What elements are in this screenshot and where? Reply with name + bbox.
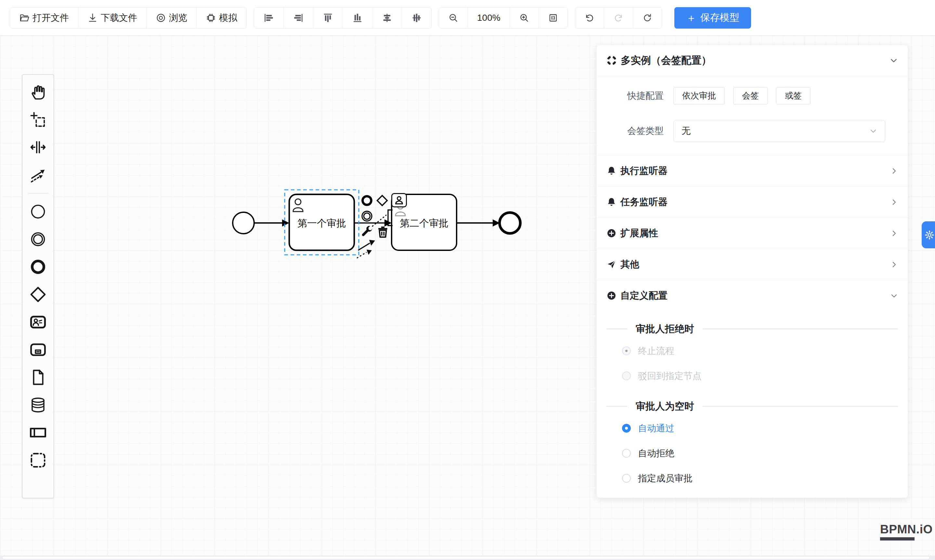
- create-subprocess[interactable]: [29, 340, 48, 359]
- properties-panel: 多实例（会签配置） 快捷配置 依次审批 会签 或签 会签类型 无 执行监听器 任…: [597, 45, 908, 498]
- preview-button[interactable]: 浏览: [146, 8, 196, 28]
- section-label: 扩展属性: [620, 227, 658, 240]
- radio-auto-pass[interactable]: 自动通过: [622, 416, 908, 441]
- subprocess-icon: [29, 341, 47, 358]
- chevron-down-icon: [869, 127, 877, 135]
- create-group[interactable]: [29, 451, 48, 470]
- toolbar: 打开文件 下载文件 浏览 模拟: [0, 0, 935, 36]
- data-store-icon: [29, 396, 47, 414]
- folder-open-icon: [19, 13, 29, 23]
- align-right-icon: [293, 12, 304, 23]
- create-data-store[interactable]: [29, 395, 48, 414]
- quick-option-countersign[interactable]: 会签: [733, 87, 767, 104]
- align-left-button[interactable]: [254, 8, 283, 28]
- section-extended-attributes[interactable]: 扩展属性: [597, 218, 908, 249]
- panel-header[interactable]: 多实例（会签配置）: [597, 45, 908, 76]
- task2-label: 第二个审批: [400, 218, 449, 228]
- create-data-object[interactable]: [29, 368, 48, 387]
- download-file-button[interactable]: 下载文件: [78, 8, 146, 28]
- download-icon: [88, 13, 98, 23]
- connect-tool-button[interactable]: [356, 239, 378, 260]
- align-center-vertical-button[interactable]: [402, 8, 431, 28]
- create-user-task[interactable]: [29, 313, 48, 332]
- align-right-button[interactable]: [283, 8, 313, 28]
- radio-icon: [622, 474, 631, 483]
- start-event[interactable]: [233, 212, 254, 234]
- data-object-icon: [29, 369, 47, 386]
- plus-icon: ＋: [686, 13, 697, 23]
- quick-option-orsign[interactable]: 或签: [776, 87, 810, 104]
- chevron-right-icon: [890, 229, 898, 237]
- align-center-horizontal-button[interactable]: [372, 8, 402, 28]
- align-bottom-button[interactable]: [343, 8, 372, 28]
- create-participant[interactable]: [29, 423, 48, 442]
- radio-label: 指定成员审批: [638, 472, 692, 485]
- bpmn-io-logo-text: BPMN.iO: [880, 523, 933, 536]
- chevron-right-icon: [890, 198, 898, 206]
- open-file-button[interactable]: 打开文件: [10, 8, 78, 28]
- divider: [703, 406, 898, 406]
- radio-icon-selected: [622, 424, 631, 432]
- fit-viewport-icon: [548, 13, 558, 23]
- end-event[interactable]: [500, 212, 520, 233]
- section-task-listener[interactable]: 任务监听器: [597, 186, 908, 217]
- create-end-event[interactable]: [29, 257, 48, 276]
- zoom-in-button[interactable]: [510, 8, 538, 28]
- start-event-icon: [29, 203, 47, 220]
- radio-icon: [622, 371, 631, 380]
- connect-arrows-icon: [356, 239, 378, 260]
- reject-title: 审批人拒绝时: [636, 322, 694, 336]
- global-connect-icon: [29, 166, 47, 184]
- radio-return-to-node[interactable]: 驳回到指定节点: [622, 363, 908, 388]
- settings-tab[interactable]: [922, 222, 935, 248]
- bell-icon: [606, 166, 617, 176]
- chevron-down-icon[interactable]: [889, 56, 898, 65]
- append-user-task-button[interactable]: [391, 193, 407, 208]
- radio-auto-reject[interactable]: 自动拒绝: [622, 441, 908, 466]
- quick-option-sequential[interactable]: 依次审批: [674, 87, 725, 104]
- bpmn-io-watermark: BPMN.iO: [880, 523, 933, 540]
- wrench-icon: [360, 225, 374, 238]
- align-left-icon: [263, 12, 274, 23]
- sign-type-select[interactable]: 无: [674, 120, 885, 142]
- trash-delete-button[interactable]: [376, 224, 390, 239]
- append-gateway-button[interactable]: [376, 194, 389, 207]
- quick-config-section: 快捷配置 依次审批 会签 或签 会签类型 无: [597, 76, 908, 155]
- sign-type-row: 会签类型 无: [627, 120, 898, 142]
- zoom-level: 100%: [468, 8, 510, 28]
- redo-button[interactable]: [604, 8, 633, 28]
- simulate-button[interactable]: 模拟: [196, 8, 246, 28]
- section-custom-config[interactable]: 自定义配置: [597, 280, 908, 311]
- empty-title: 审批人为空时: [636, 400, 694, 413]
- align-top-button[interactable]: [313, 8, 343, 28]
- lasso-tool[interactable]: [29, 110, 48, 129]
- align-top-icon: [322, 12, 334, 23]
- horizontal-scrollbar-thumb[interactable]: [2, 556, 930, 559]
- undo-icon: [584, 13, 595, 23]
- section-other[interactable]: 其他: [597, 249, 908, 280]
- create-intermediate-event[interactable]: [29, 230, 48, 249]
- participant-pool-icon: [29, 424, 47, 442]
- reset-button[interactable]: [633, 8, 662, 28]
- create-gateway[interactable]: [29, 285, 48, 304]
- radio-terminate-process[interactable]: 终止流程: [622, 338, 908, 363]
- space-tool[interactable]: [29, 138, 48, 157]
- save-model-button[interactable]: ＋ 保存模型: [674, 7, 751, 29]
- zoom-out-button[interactable]: [439, 8, 468, 28]
- fit-viewport-button[interactable]: [538, 8, 567, 28]
- trash-icon: [376, 224, 390, 239]
- horizontal-scrollbar-track[interactable]: [0, 555, 935, 560]
- radio-designated-member[interactable]: 指定成员审批: [622, 466, 908, 491]
- global-connect-tool[interactable]: [29, 165, 48, 184]
- section-label: 执行监听器: [620, 165, 667, 177]
- align-center-vertical-icon: [411, 12, 422, 23]
- magnifier-minus-icon: [448, 13, 458, 23]
- bell-icon: [606, 197, 617, 207]
- create-start-event[interactable]: [29, 202, 48, 221]
- hand-tool[interactable]: [29, 83, 48, 102]
- section-execution-listener[interactable]: 执行监听器: [597, 155, 908, 186]
- wrench-change-type-button[interactable]: [360, 225, 374, 238]
- append-end-event-button[interactable]: [360, 194, 374, 207]
- undo-button[interactable]: [575, 8, 604, 28]
- user-task-1[interactable]: 第一个审批: [289, 194, 354, 250]
